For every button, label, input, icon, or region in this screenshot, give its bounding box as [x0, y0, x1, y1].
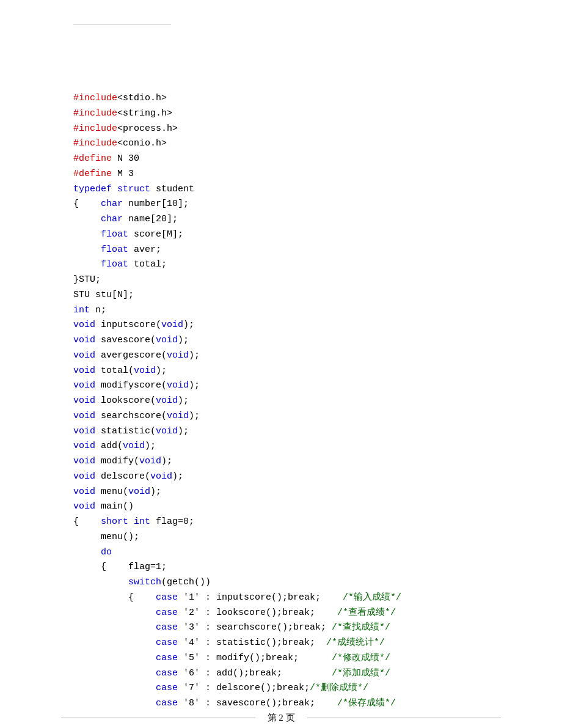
code-line: void savescore(void);: [73, 333, 489, 348]
code-line: int n;: [73, 303, 489, 318]
code-line: case '3' : searchscore();break; /*查找成绩*/: [73, 620, 489, 636]
code-line: { flag=1;: [73, 560, 489, 575]
code-line: void avergescore(void);: [73, 348, 489, 364]
code-line: #include<string.h>: [73, 106, 489, 122]
top-divider: [73, 24, 171, 25]
bottom-divider-left: [61, 718, 255, 718]
code-line: { case '1' : inputscore();break; /*输入成绩*…: [73, 590, 489, 606]
code-line: float score[M];: [73, 227, 489, 243]
page-number: 第 2 页: [268, 712, 295, 724]
code-line: void main(): [73, 499, 489, 515]
page-container: #include<stdio.h>#include<string.h>#incl…: [0, 0, 562, 728]
code-line: case '2' : lookscore();break; /*查看成绩*/: [73, 606, 489, 621]
code-line: #include<process.h>: [73, 122, 489, 137]
code-line: do: [73, 545, 489, 561]
code-line: STU stu[N];: [73, 288, 489, 303]
code-line: void statistic(void);: [73, 424, 489, 439]
code-line: case '8' : savescore();break; /*保存成绩*/: [73, 696, 489, 711]
code-line: void add(void);: [73, 439, 489, 454]
code-line: case '4' : statistic();break; /*成绩统计*/: [73, 636, 489, 651]
code-line: menu();: [73, 530, 489, 545]
code-line: void lookscore(void);: [73, 394, 489, 409]
code-line: void delscore(void);: [73, 469, 489, 485]
code-line: float total;: [73, 257, 489, 273]
code-line: case '7' : delscore();break;/*删除成绩*/: [73, 681, 489, 696]
code-line: typedef struct student: [73, 182, 489, 197]
code-line: case '5' : modify();break; /*修改成绩*/: [73, 651, 489, 666]
code-line: void total(void);: [73, 364, 489, 379]
code-line: #define N 30: [73, 152, 489, 167]
code-line: }STU;: [73, 273, 489, 288]
code-line: #include<stdio.h>: [73, 91, 489, 106]
code-line: float aver;: [73, 243, 489, 258]
code-line: void modifyscore(void);: [73, 378, 489, 394]
code-line: case '6' : add();break; /*添加成绩*/: [73, 666, 489, 682]
code-line: switch(getch()): [73, 575, 489, 590]
code-block: #include<stdio.h>#include<string.h>#incl…: [73, 62, 489, 711]
code-line: void modify(void);: [73, 454, 489, 469]
code-line: { short int flag=0;: [73, 515, 489, 530]
code-line: void menu(void);: [73, 485, 489, 500]
code-line: void searchscore(void);: [73, 409, 489, 424]
code-line: char name[20];: [73, 212, 489, 227]
code-line: #define M 3: [73, 167, 489, 182]
code-line: { char number[10];: [73, 197, 489, 212]
bottom-divider-area: 第 2 页: [0, 712, 562, 724]
bottom-divider-right: [307, 718, 502, 718]
code-line: #include<conio.h>: [73, 136, 489, 152]
code-line: void inputscore(void);: [73, 318, 489, 333]
